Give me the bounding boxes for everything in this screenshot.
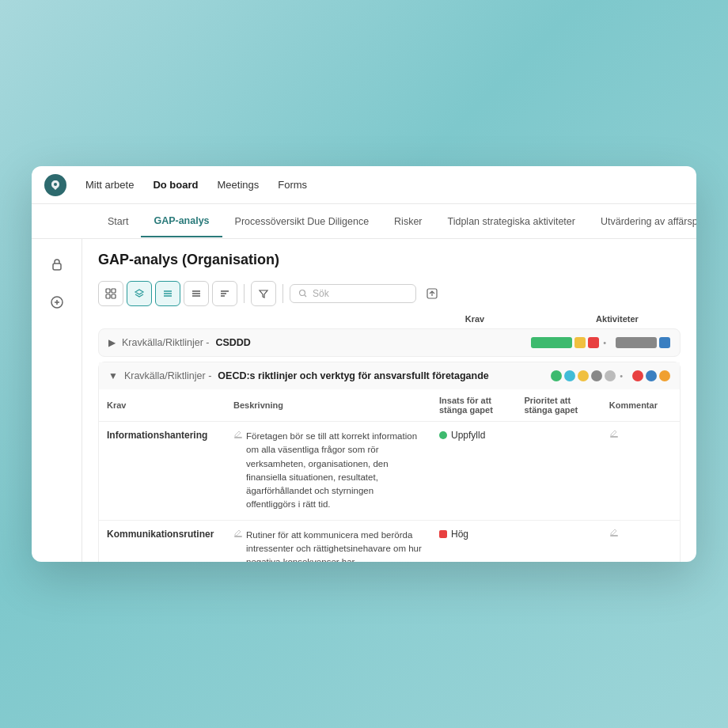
row2-priority-dot — [439, 530, 447, 538]
filter-button[interactable] — [251, 281, 276, 306]
th-prioritet: Prioritet attstänga gapet — [516, 389, 601, 422]
group-expanded-oecd: ▼ Kravkälla/Riktlinjer - OECD:s riktlinj… — [98, 362, 681, 562]
more-dots-oecd: • — [620, 371, 623, 381]
grid-view-button[interactable] — [98, 281, 123, 306]
row2-insats: Hög — [431, 520, 516, 562]
row1-status-label: Uppfylld — [451, 430, 485, 441]
tab-gap-analys[interactable]: GAP-analys — [141, 206, 222, 237]
svg-rect-6 — [112, 294, 116, 298]
row1-edit-icon[interactable] — [233, 430, 243, 442]
chevron-right-icon: ▶ — [108, 337, 116, 348]
row1-desc-container: Företagen bör se till att korrekt inform… — [233, 430, 423, 512]
table-row: Informationshantering — [99, 422, 680, 521]
tab-tidplan[interactable]: Tidplan strategiska aktiviteter — [435, 207, 588, 237]
th-kommentar: Kommentar — [601, 389, 680, 422]
sidebar — [32, 239, 82, 562]
main-area: GAP-analys (Organisation) — [32, 239, 696, 562]
page-title: GAP-analys (Organisation) — [98, 252, 681, 268]
row1-beskrivning: Företagen bör se till att korrekt inform… — [226, 422, 431, 521]
row1-desc: Företagen bör se till att korrekt inform… — [246, 430, 423, 512]
nav-mitt-arbete[interactable]: Mitt arbete — [85, 176, 134, 194]
group-prefix: Kravkälla/Riktlinjer - — [122, 337, 209, 348]
more-dots: • — [603, 338, 606, 347]
tab-utvardering[interactable]: Utvärdering av affärspartners — [588, 207, 696, 237]
aktivitet-pills-oecd — [632, 370, 670, 381]
col-headers-row: Krav Aktiviteter — [98, 313, 681, 328]
row2-krav: Kommunikationsrutiner — [99, 520, 226, 562]
add-icon[interactable] — [44, 290, 70, 315]
row1-status-dot — [439, 431, 447, 439]
row1-krav: Informationshantering — [99, 422, 226, 521]
nav-forms[interactable]: Forms — [278, 176, 307, 194]
toolbar-separator2 — [282, 284, 283, 303]
toolbar-separator — [244, 284, 245, 303]
krav-header: Krav — [396, 314, 554, 324]
top-nav: Mitt arbete Do board Meetings Forms — [32, 166, 696, 204]
svg-rect-3 — [106, 289, 110, 293]
tab-processöversikt[interactable]: Processöversikt Due Diligence — [222, 207, 382, 237]
row2-desc-container: Rutiner för att kommunicera med berörda … — [233, 529, 423, 563]
list-view-button3[interactable] — [212, 281, 237, 306]
toolbar: Sök — [82, 275, 696, 313]
tab-start[interactable]: Start — [95, 207, 141, 237]
group-header-oecd[interactable]: ▼ Kravkälla/Riktlinjer - OECD:s riktlinj… — [99, 362, 680, 389]
row1-comment-icon[interactable] — [609, 430, 619, 442]
chevron-down-icon: ▼ — [108, 370, 118, 381]
aktiviteter-header: Aktiviteter — [554, 314, 681, 324]
nav-do-board[interactable]: Do board — [153, 176, 198, 194]
row2-desc: Rutiner för att kommunicera med berörda … — [246, 529, 423, 563]
layers-view-button[interactable] — [127, 281, 152, 306]
data-table: Krav Beskrivning Insats för attstänga ga… — [99, 389, 680, 562]
list-view-button2[interactable] — [184, 281, 209, 306]
nav-items: Mitt arbete Do board Meetings Forms — [85, 176, 307, 194]
krav-pills-csddd: • — [531, 337, 606, 348]
group-left: ▶ Kravkälla/Riktlinjer - CSDDD — [108, 337, 251, 348]
row1-kommentar — [601, 422, 680, 521]
row2-priority-label: Hög — [451, 529, 468, 540]
row2-kommentar — [601, 520, 680, 562]
svg-rect-1 — [53, 264, 61, 270]
svg-point-0 — [54, 183, 57, 186]
row1-status-badge: Uppfylld — [439, 430, 508, 441]
krav-pills-oecd: • — [551, 370, 623, 381]
svg-rect-5 — [106, 294, 110, 298]
tab-risker[interactable]: Risker — [381, 207, 434, 237]
group-name-csddd: CSDDD — [215, 337, 250, 348]
logo — [44, 174, 66, 196]
row2-edit-icon[interactable] — [233, 529, 243, 541]
row2-priority-badge: Hög — [439, 529, 508, 540]
lock-icon[interactable] — [44, 252, 70, 277]
secondary-nav: Start GAP-analys Processöversikt Due Dil… — [32, 204, 696, 239]
table-row: Kommunikationsrutiner — [99, 520, 680, 562]
app-window: Mitt arbete Do board Meetings Forms Star… — [32, 166, 696, 562]
list-view-button1[interactable] — [155, 281, 180, 306]
th-krav: Krav — [99, 389, 226, 422]
content-header: GAP-analys (Organisation) — [82, 239, 696, 275]
row2-comment-icon[interactable] — [609, 529, 619, 540]
export-button[interactable] — [419, 281, 445, 306]
th-beskrivning: Beskrivning — [226, 389, 431, 422]
svg-point-7 — [300, 290, 305, 296]
table-area: Krav Aktiviteter ▶ Kravkälla/Riktlinjer … — [82, 313, 696, 562]
row2-beskrivning: Rutiner för att kommunicera med berörda … — [226, 520, 431, 562]
group-row-csddd[interactable]: ▶ Kravkälla/Riktlinjer - CSDDD • — [98, 328, 681, 357]
search-box[interactable]: Sök — [290, 284, 416, 303]
group-prefix-oecd: Kravkälla/Riktlinjer - — [124, 370, 211, 381]
th-insats: Insats för attstänga gapet — [431, 389, 516, 422]
content-area: GAP-analys (Organisation) — [82, 239, 696, 562]
group-left-oecd: ▼ Kravkälla/Riktlinjer - OECD:s riktlinj… — [108, 370, 489, 381]
aktivitet-pills-csddd — [616, 337, 670, 348]
search-placeholder: Sök — [313, 288, 329, 299]
row1-insats: Uppfylld — [431, 422, 516, 521]
row2-prioritet — [516, 520, 601, 562]
row1-prioritet — [516, 422, 601, 521]
nav-meetings[interactable]: Meetings — [217, 176, 259, 194]
group-name-oecd: OECD:s riktlinjer och verktyg för ansvar… — [218, 370, 488, 381]
svg-rect-4 — [112, 289, 116, 293]
